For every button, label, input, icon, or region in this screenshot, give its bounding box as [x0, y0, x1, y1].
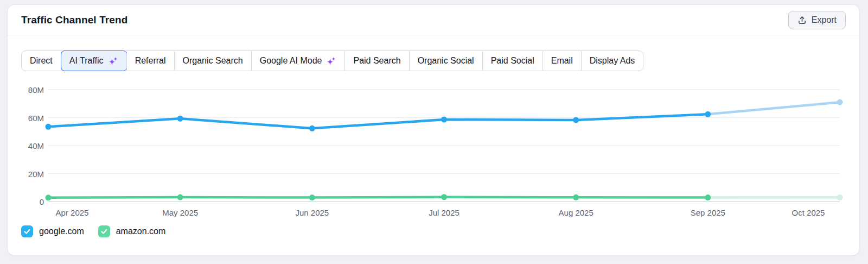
trend-chart: 80M60M40M20M0Apr 2025May 2025Jun 2025Jul… [8, 5, 860, 256]
series-line-amazon.com [48, 197, 708, 198]
legend-label: google.com [39, 227, 84, 236]
data-point-google.com[interactable] [837, 99, 843, 105]
legend-item-amazon.com[interactable]: amazon.com [98, 225, 166, 237]
series-checkbox-google.com[interactable] [21, 225, 33, 237]
data-point-amazon.com[interactable] [177, 194, 183, 200]
legend-label: amazon.com [116, 227, 166, 236]
series-line-google.com [48, 114, 708, 128]
data-point-amazon.com[interactable] [309, 194, 315, 200]
data-point-amazon.com[interactable] [837, 194, 843, 200]
chart-legend: google.comamazon.com [21, 225, 165, 237]
data-point-amazon.com[interactable] [705, 194, 711, 200]
data-point-google.com[interactable] [309, 125, 315, 131]
traffic-channel-trend-card: Traffic Channel Trend Export DirectAI Tr… [7, 4, 860, 256]
data-point-amazon.com[interactable] [441, 194, 447, 200]
series-checkbox-amazon.com[interactable] [98, 225, 110, 237]
data-point-amazon.com[interactable] [46, 194, 52, 200]
legend-item-google.com[interactable]: google.com [21, 225, 84, 237]
data-point-google.com[interactable] [177, 116, 183, 122]
data-point-google.com[interactable] [573, 117, 579, 123]
data-point-google.com[interactable] [46, 124, 52, 130]
chart-plot-area[interactable] [8, 5, 860, 256]
data-point-google.com[interactable] [705, 111, 711, 117]
data-point-amazon.com[interactable] [573, 194, 579, 200]
data-point-google.com[interactable] [441, 117, 447, 123]
series-line-google.com [708, 102, 840, 114]
